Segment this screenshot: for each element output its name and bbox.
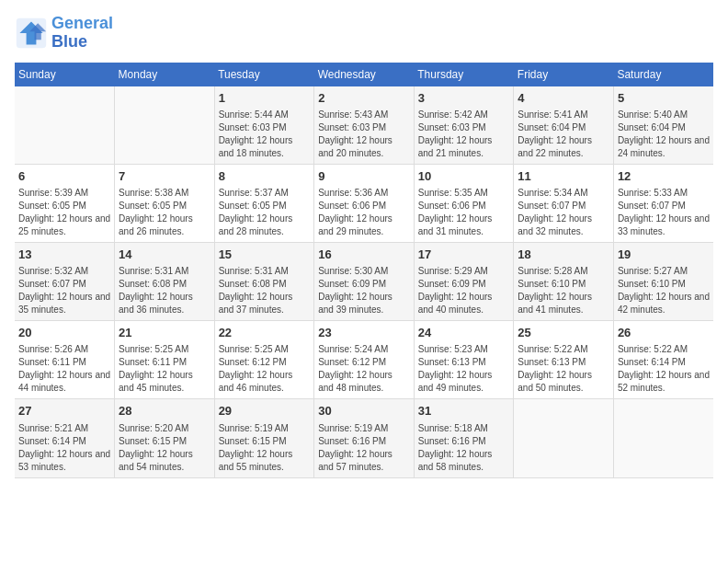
day-info-line: Daylight: 12 hours and 46 minutes. [219, 369, 311, 395]
day-info-line: Sunrise: 5:25 AM [219, 343, 311, 356]
day-info-line: Daylight: 12 hours and 54 minutes. [119, 448, 210, 474]
day-info-line: Sunset: 6:03 PM [418, 121, 510, 134]
calendar-week-row: 27Sunrise: 5:21 AMSunset: 6:14 PMDayligh… [15, 399, 713, 477]
day-info-line: Sunrise: 5:33 AM [618, 187, 710, 200]
day-info-line: Sunset: 6:11 PM [119, 356, 210, 369]
day-info-line: Sunrise: 5:30 AM [318, 265, 410, 278]
day-number: 26 [618, 325, 710, 341]
day-info-line: Daylight: 12 hours and 36 minutes. [119, 291, 210, 316]
weekday-label: Tuesday [214, 63, 314, 86]
day-info-line: Daylight: 12 hours and 18 minutes. [219, 134, 311, 160]
calendar-cell: 17Sunrise: 5:29 AMSunset: 6:09 PMDayligh… [414, 242, 514, 320]
day-number: 12 [618, 168, 710, 185]
day-info-line: Sunrise: 5:29 AM [418, 265, 510, 278]
day-info-line: Daylight: 12 hours and 24 minutes. [618, 134, 710, 160]
day-info-line: Sunset: 6:07 PM [618, 200, 710, 213]
day-number: 15 [219, 247, 311, 263]
day-info-line: Daylight: 12 hours and 53 minutes. [18, 448, 110, 474]
day-info-line: Sunrise: 5:28 AM [518, 265, 609, 278]
day-number: 14 [119, 247, 210, 263]
day-number: 30 [318, 403, 410, 419]
day-info-line: Sunset: 6:05 PM [219, 200, 311, 213]
calendar-cell: 10Sunrise: 5:35 AMSunset: 6:06 PMDayligh… [414, 164, 514, 242]
day-info-line: Sunset: 6:10 PM [618, 278, 710, 291]
calendar-cell: 26Sunrise: 5:22 AMSunset: 6:14 PMDayligh… [613, 321, 713, 399]
day-number: 4 [518, 90, 609, 107]
calendar-cell: 4Sunrise: 5:41 AMSunset: 6:04 PMDaylight… [514, 86, 614, 165]
day-info-line: Sunrise: 5:22 AM [518, 343, 609, 356]
day-info-line: Sunrise: 5:40 AM [618, 109, 710, 121]
day-number: 7 [119, 168, 210, 185]
day-number: 9 [318, 168, 410, 185]
calendar-cell: 8Sunrise: 5:37 AMSunset: 6:05 PMDaylight… [214, 164, 314, 242]
calendar-cell: 27Sunrise: 5:21 AMSunset: 6:14 PMDayligh… [15, 399, 115, 477]
day-number: 31 [418, 403, 510, 419]
day-info-line: Sunrise: 5:42 AM [418, 109, 510, 121]
day-number: 27 [18, 403, 110, 419]
calendar-table: SundayMondayTuesdayWednesdayThursdayFrid… [15, 63, 713, 478]
day-info-line: Daylight: 12 hours and 22 minutes. [518, 134, 609, 160]
day-info-line: Sunset: 6:06 PM [418, 200, 510, 213]
day-info-line: Daylight: 12 hours and 31 minutes. [418, 213, 510, 238]
day-info-line: Sunset: 6:07 PM [518, 200, 609, 213]
day-info-line: Sunset: 6:10 PM [518, 278, 609, 291]
day-info-line: Sunrise: 5:31 AM [219, 265, 311, 278]
day-number: 23 [318, 325, 410, 341]
day-info-line: Sunrise: 5:36 AM [318, 187, 410, 200]
day-info-line: Sunset: 6:12 PM [318, 356, 410, 369]
calendar-cell: 2Sunrise: 5:43 AMSunset: 6:03 PMDaylight… [314, 86, 415, 165]
day-info-line: Sunrise: 5:41 AM [518, 109, 609, 121]
day-info-line: Sunrise: 5:35 AM [418, 187, 510, 200]
day-info-line: Sunset: 6:06 PM [318, 200, 410, 213]
day-info-line: Sunrise: 5:38 AM [119, 187, 210, 200]
day-info-line: Sunrise: 5:26 AM [18, 343, 110, 356]
day-info-line: Sunset: 6:11 PM [18, 356, 110, 369]
calendar-cell [613, 399, 713, 477]
day-info-line: Sunset: 6:16 PM [318, 435, 410, 448]
calendar-cell: 6Sunrise: 5:39 AMSunset: 6:05 PMDaylight… [15, 164, 115, 242]
day-info-line: Sunrise: 5:32 AM [18, 265, 110, 278]
day-info-line: Sunrise: 5:22 AM [618, 343, 710, 356]
day-info-line: Sunrise: 5:44 AM [219, 109, 311, 121]
day-number: 25 [518, 325, 609, 341]
weekday-label: Thursday [414, 63, 514, 86]
day-number: 17 [418, 247, 510, 263]
calendar-cell [514, 399, 614, 477]
day-number: 11 [518, 168, 609, 185]
day-info-line: Daylight: 12 hours and 50 minutes. [518, 369, 609, 395]
logo-icon [15, 17, 48, 50]
calendar-header: SundayMondayTuesdayWednesdayThursdayFrid… [15, 63, 713, 86]
day-info-line: Sunset: 6:03 PM [219, 121, 311, 134]
day-number: 10 [418, 168, 510, 185]
calendar-cell: 16Sunrise: 5:30 AMSunset: 6:09 PMDayligh… [314, 242, 415, 320]
day-info-line: Sunset: 6:09 PM [318, 278, 410, 291]
day-info-line: Sunset: 6:12 PM [219, 356, 311, 369]
day-info-line: Daylight: 12 hours and 44 minutes. [18, 369, 110, 395]
day-info-line: Sunrise: 5:21 AM [18, 422, 110, 435]
day-info-line: Daylight: 12 hours and 42 minutes. [618, 291, 710, 316]
day-number: 19 [618, 247, 710, 263]
day-info-line: Daylight: 12 hours and 35 minutes. [18, 291, 110, 316]
calendar-cell: 30Sunrise: 5:19 AMSunset: 6:16 PMDayligh… [314, 399, 415, 477]
logo-text: General Blue [51, 15, 113, 52]
day-info-line: Daylight: 12 hours and 57 minutes. [318, 448, 410, 474]
weekday-header-row: SundayMondayTuesdayWednesdayThursdayFrid… [15, 63, 713, 86]
day-number: 24 [418, 325, 510, 341]
day-info-line: Daylight: 12 hours and 55 minutes. [219, 448, 311, 474]
weekday-label: Sunday [15, 63, 115, 86]
calendar-cell: 1Sunrise: 5:44 AMSunset: 6:03 PMDaylight… [214, 86, 314, 165]
calendar-cell [115, 86, 215, 165]
day-number: 20 [18, 325, 110, 341]
day-number: 5 [618, 90, 710, 107]
day-info-line: Daylight: 12 hours and 29 minutes. [318, 213, 410, 238]
day-info-line: Daylight: 12 hours and 52 minutes. [618, 369, 710, 395]
day-number: 13 [18, 247, 110, 263]
calendar-week-row: 20Sunrise: 5:26 AMSunset: 6:11 PMDayligh… [15, 321, 713, 399]
day-info-line: Sunset: 6:04 PM [618, 121, 710, 134]
day-info-line: Sunset: 6:14 PM [18, 435, 110, 448]
calendar-week-row: 1Sunrise: 5:44 AMSunset: 6:03 PMDaylight… [15, 86, 713, 165]
day-info-line: Sunset: 6:04 PM [518, 121, 609, 134]
day-info-line: Sunrise: 5:25 AM [119, 343, 210, 356]
day-number: 28 [119, 403, 210, 419]
day-info-line: Daylight: 12 hours and 40 minutes. [418, 291, 510, 316]
